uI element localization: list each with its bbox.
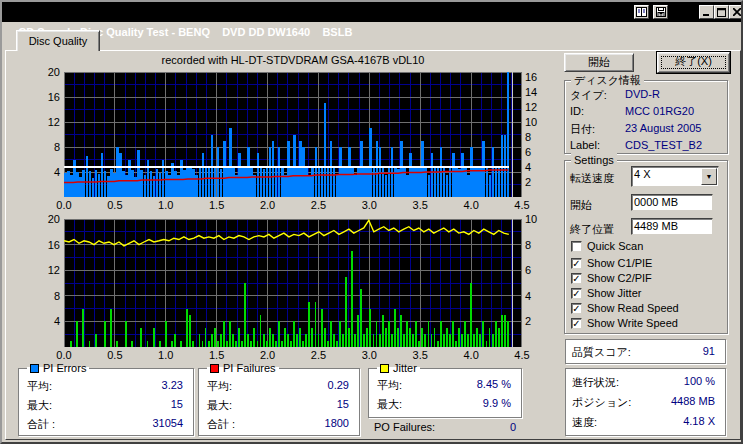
axis-tick-label: 20 xyxy=(36,66,60,78)
axis-tick-label: 3.0 xyxy=(354,349,384,361)
pi-errors-avg-value: 3.23 xyxy=(162,379,183,391)
axis-tick-label: 4 xyxy=(36,166,60,178)
disc-type-label: タイプ: xyxy=(570,88,607,103)
disc-label-label: Label: xyxy=(570,139,600,151)
tab-disc-quality[interactable]: Disc Quality xyxy=(16,30,100,51)
axis-tick-label: 12 xyxy=(36,116,60,128)
show-c1-pie-label: Show C1/PIE xyxy=(587,257,652,269)
jitter-legend-swatch xyxy=(380,364,389,373)
pi-failures-max-label: 最大: xyxy=(207,398,232,413)
axis-tick-label: 2.5 xyxy=(303,349,333,361)
maximize-icon xyxy=(717,8,726,17)
show-read-speed-checkbox[interactable]: ✓ xyxy=(571,303,582,314)
disc-info-title: ディスク情報 xyxy=(571,73,644,87)
start-button[interactable]: 開始 xyxy=(564,53,634,72)
save-icon-button[interactable] xyxy=(653,5,668,19)
axis-tick-label: 8 xyxy=(36,141,60,153)
show-c2-pif-label: Show C2/PIF xyxy=(587,272,652,284)
recorded-with-text: recorded with HL-DT-STDVDRAM GSA-4167B v… xyxy=(64,54,522,66)
axis-tick-label: 3.5 xyxy=(405,349,435,361)
pi-errors-avg-label: 平均: xyxy=(27,379,52,394)
end-position-field[interactable]: 4489 MB xyxy=(631,218,713,235)
axis-tick-label: 2.0 xyxy=(253,199,283,211)
axis-tick-label: 4.0 xyxy=(456,199,486,211)
quality-score-label: 品質スコア: xyxy=(572,345,631,360)
disc-date-label: 日付: xyxy=(570,122,595,137)
pi-failures-stats-title: PI Failures xyxy=(207,361,279,375)
axis-tick-label: 3.5 xyxy=(405,199,435,211)
speed-label: 転送速度 xyxy=(570,171,614,186)
tab-label: Disc Quality xyxy=(29,35,88,47)
axis-tick-label: 4 xyxy=(525,161,531,173)
quick-scan-label: Quick Scan xyxy=(587,240,643,252)
axis-tick-label: 6 xyxy=(525,264,531,276)
disc-date-value: 23 August 2005 xyxy=(625,122,701,134)
report-icon-button[interactable] xyxy=(634,5,649,19)
axis-tick-label: 10 xyxy=(525,116,537,128)
show-c1-pie-checkbox[interactable]: ✓ xyxy=(571,258,582,269)
pi-errors-legend-swatch xyxy=(30,364,39,373)
disc-info-group: ディスク情報 タイプ: DVD-R ID: MCC 01RG20 日付: 23 … xyxy=(564,80,728,154)
speed-readout-label: 速度: xyxy=(572,415,597,430)
speed-readout-value: 4.18 X xyxy=(683,415,715,427)
minimize-button[interactable] xyxy=(699,5,714,19)
axis-tick-label: 8 xyxy=(525,131,531,143)
show-jitter-label: Show Jitter xyxy=(587,287,641,299)
axis-tick-label: 4 xyxy=(525,290,531,302)
axis-tick-label: 4.5 xyxy=(507,199,537,211)
axis-tick-label: 14 xyxy=(525,86,537,98)
show-read-speed-label: Show Read Speed xyxy=(587,302,679,314)
speed-dropdown[interactable]: 4 X ▼ xyxy=(631,166,719,187)
disc-type-value: DVD-R xyxy=(625,88,660,100)
axis-tick-label: 0.5 xyxy=(100,199,130,211)
maximize-button[interactable] xyxy=(714,5,729,19)
save-icon xyxy=(656,7,666,17)
axis-tick-label: 0.0 xyxy=(49,349,79,361)
axis-tick-label: 12 xyxy=(525,101,537,113)
pi-failures-legend-swatch xyxy=(210,364,219,373)
focus-rect xyxy=(661,56,726,69)
pi-failures-stats-group: PI Failures 平均: 0.29 最大: 15 合計 : 1800 xyxy=(198,368,360,436)
close-button[interactable] xyxy=(729,5,743,19)
quick-scan-checkbox[interactable] xyxy=(571,241,582,252)
axis-tick-label: 1.0 xyxy=(151,199,181,211)
show-jitter-checkbox[interactable]: ✓ xyxy=(571,288,582,299)
axis-tick-label: 1.0 xyxy=(151,349,181,361)
exit-button[interactable]: 終了(X) xyxy=(657,52,730,73)
position-label: ポジション: xyxy=(572,395,631,410)
report-icon xyxy=(636,7,647,17)
pi-failures-avg-value: 0.29 xyxy=(328,379,349,391)
minimize-icon xyxy=(703,8,711,16)
disc-label-value: CDS_TEST_B2 xyxy=(625,139,702,151)
jitter-max-label: 最大: xyxy=(377,397,402,412)
show-c2-pif-checkbox[interactable]: ✓ xyxy=(571,273,582,284)
axis-tick-label: 4.0 xyxy=(456,349,486,361)
pi-errors-total-label: 合計 : xyxy=(27,417,55,432)
axis-tick-label: 0.5 xyxy=(100,349,130,361)
pi-failures-avg-label: 平均: xyxy=(207,379,232,394)
position-value: 4488 MB xyxy=(671,395,715,407)
disc-id-label: ID: xyxy=(570,105,584,117)
axis-tick-label: 2 xyxy=(525,176,531,188)
axis-tick-label: 16 xyxy=(36,91,60,103)
pi-errors-stats-group: PI Errors 平均: 3.23 最大: 15 合計 : 31054 xyxy=(18,368,194,436)
axis-tick-label: 8 xyxy=(36,290,60,302)
axis-tick-label: 4.5 xyxy=(507,349,537,361)
axis-tick-label: 4 xyxy=(36,315,60,327)
axis-tick-label: 2.5 xyxy=(303,199,333,211)
axis-tick-label: 2 xyxy=(525,315,531,327)
app-window: CD Speed : Disc Quality Test - BENQ DVD … xyxy=(0,0,743,444)
start-position-field[interactable]: 0000 MB xyxy=(631,194,713,211)
axis-tick-label: 20 xyxy=(36,213,60,225)
axis-tick-label: 3.0 xyxy=(354,199,384,211)
po-failures-label: PO Failures: xyxy=(374,421,435,433)
quality-score-box: 品質スコア: 91 xyxy=(565,339,726,364)
axis-tick-label: 10 xyxy=(525,213,537,225)
show-write-speed-label: Show Write Speed xyxy=(587,317,678,329)
show-write-speed-checkbox[interactable]: ✓ xyxy=(571,318,582,329)
jitter-avg-label: 平均: xyxy=(377,378,402,393)
chevron-down-icon[interactable]: ▼ xyxy=(701,168,717,185)
axis-tick-label: 8 xyxy=(525,239,531,251)
progress-value: 100 % xyxy=(684,375,715,387)
axis-tick-label: 16 xyxy=(36,239,60,251)
